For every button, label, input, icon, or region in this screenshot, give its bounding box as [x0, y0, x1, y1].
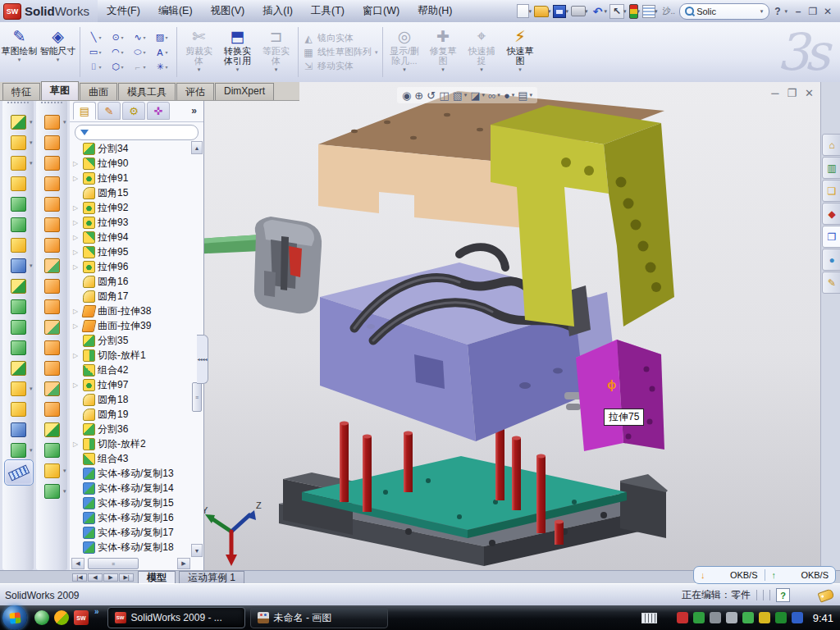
- tree-item[interactable]: ▷ 切除-放样2: [70, 436, 190, 451]
- file-explorer-tab[interactable]: ❏: [822, 180, 840, 202]
- undo-icon[interactable]: ↶: [591, 5, 605, 18]
- expand-arrow-icon[interactable]: ▷: [73, 234, 80, 241]
- untrim-surface-icon[interactable]: [44, 402, 60, 417]
- search-input[interactable]: Solic: [696, 7, 716, 16]
- draft-icon[interactable]: [11, 299, 26, 314]
- dropdown-caret-icon[interactable]: ▾: [464, 92, 468, 98]
- sketch-fillet-icon[interactable]: ⌐▾: [129, 60, 150, 74]
- graphics-area[interactable]: ϕ Y Z X ◉▾ ⊕▾: [203, 82, 820, 570]
- offset-surface-icon[interactable]: [44, 258, 60, 273]
- document-tab[interactable]: 模型: [138, 571, 176, 584]
- dropdown-caret-icon[interactable]: ▾: [165, 64, 167, 70]
- expand-arrow-icon[interactable]: ▷: [73, 308, 80, 315]
- shell-icon[interactable]: [11, 320, 26, 335]
- dropdown-caret-icon[interactable]: ▾: [165, 34, 167, 40]
- lofted-boss-icon[interactable]: [11, 197, 26, 212]
- tree-item[interactable]: ▷ 切除-放样1: [70, 348, 190, 363]
- radiate-surface-icon[interactable]: [44, 279, 60, 294]
- search-box[interactable]: Solic ▾: [679, 3, 769, 20]
- dropdown-caret-icon[interactable]: ▾: [655, 8, 658, 15]
- security-shield-icon[interactable]: [693, 612, 705, 623]
- dropdown-caret-icon[interactable]: ▾: [98, 64, 101, 70]
- ribbon-tab[interactable]: DimXpert: [215, 83, 274, 100]
- dropdown-caret-icon[interactable]: ▾: [528, 8, 532, 15]
- menu-item[interactable]: 窗口(W): [354, 2, 409, 21]
- move-entities-item[interactable]: ⇲ 移动实体: [303, 60, 372, 72]
- last-tab-button[interactable]: ▶|: [119, 573, 134, 582]
- dropdown-caret-icon[interactable]: ▾: [275, 66, 278, 73]
- model-3d-view[interactable]: ϕ Y Z X: [203, 82, 820, 570]
- convert-entities-button[interactable]: ⬒ 转换实 体引用 ▾: [218, 22, 257, 82]
- dropdown-caret-icon[interactable]: ▾: [497, 92, 500, 98]
- expand-arrow-icon[interactable]: ▷: [73, 381, 80, 389]
- save-icon[interactable]: [553, 5, 566, 18]
- offset-entities-button[interactable]: ⊐ 等距实 体 ▾: [257, 22, 295, 82]
- dropdown-caret-icon[interactable]: ▾: [518, 66, 522, 73]
- help-caret-icon[interactable]: ▾: [784, 8, 788, 15]
- appearances-scenes-tab[interactable]: ●: [822, 249, 840, 271]
- select-icon[interactable]: ↖: [609, 4, 624, 19]
- mirror-icon[interactable]: [11, 340, 26, 355]
- tree-filter-box[interactable]: [75, 125, 199, 140]
- dropdown-caret-icon[interactable]: ▾: [198, 66, 201, 73]
- dropdown-caret-icon[interactable]: ▾: [98, 49, 101, 55]
- sync-status-icon[interactable]: [792, 612, 803, 623]
- quick-tips-help-button[interactable]: ?: [776, 588, 790, 602]
- sketch-button[interactable]: ✎ 草图绘制 ▾: [0, 22, 39, 82]
- design-library-tab[interactable]: ▥: [822, 157, 840, 179]
- tree-item[interactable]: ▷ 实体-移动/复制16: [70, 510, 190, 525]
- dropdown-caret-icon[interactable]: ▾: [143, 49, 145, 55]
- fillet-icon[interactable]: [11, 156, 26, 171]
- dropdown-caret-icon[interactable]: ▾: [98, 34, 101, 40]
- menu-item[interactable]: 帮助(H): [409, 2, 461, 21]
- first-tab-button[interactable]: |◀: [72, 573, 87, 582]
- update-icon[interactable]: [710, 612, 721, 623]
- ribbon-tab[interactable]: 曲面: [80, 83, 117, 100]
- spline-icon[interactable]: ∿▾: [129, 30, 150, 44]
- smart-dimension-button[interactable]: ◈ 智能尺寸 ▾: [39, 22, 77, 82]
- next-tab-button[interactable]: ▶: [103, 573, 118, 582]
- dropdown-caret-icon[interactable]: ▾: [512, 92, 515, 98]
- trim-entities-button[interactable]: ✄ 剪裁实 体 ▾: [180, 22, 218, 82]
- taskbar-app-button[interactable]: 未命名 - 画图: [250, 607, 388, 628]
- configurationmanager-tab[interactable]: ⚙: [122, 102, 145, 120]
- selected-contours-icon[interactable]: ▨▾: [151, 30, 172, 44]
- help-button[interactable]: ?: [772, 6, 783, 17]
- expand-arrow-icon[interactable]: ▷: [73, 160, 80, 167]
- network-warning-icon[interactable]: [759, 612, 770, 623]
- keyboard-layout-icon[interactable]: [641, 613, 657, 623]
- doc-close-button[interactable]: ✕: [805, 87, 814, 99]
- part-slide-unit[interactable]: [254, 217, 322, 313]
- scroll-right-button[interactable]: ▶: [177, 558, 190, 569]
- menu-item[interactable]: 编辑(E): [149, 2, 202, 21]
- ellipse-icon[interactable]: ⬭▾: [129, 45, 150, 59]
- search-results-tab[interactable]: ◆: [822, 203, 840, 225]
- dropdown-caret-icon[interactable]: ▾: [637, 8, 641, 15]
- scroll-down-button[interactable]: ▼: [191, 544, 203, 557]
- dropdown-caret-icon[interactable]: ▾: [403, 66, 406, 73]
- tree-item[interactable]: ▷ 实体-移动/复制15: [70, 495, 190, 510]
- dropdown-caret-icon[interactable]: ▾: [565, 8, 568, 15]
- dropdown-caret-icon[interactable]: ▾: [623, 8, 627, 15]
- part-side-block[interactable]: ϕ: [576, 340, 664, 451]
- section-view-icon[interactable]: ◫▾: [439, 89, 449, 102]
- measure-button[interactable]: [4, 459, 34, 486]
- swept-surface-icon[interactable]: [44, 156, 60, 171]
- search-caret-icon[interactable]: ▾: [760, 8, 764, 15]
- view-palette-tab[interactable]: ❐: [822, 226, 840, 248]
- edit-appearance-icon[interactable]: ●▾: [504, 89, 514, 102]
- dropdown-caret-icon[interactable]: ▾: [121, 64, 123, 70]
- delete-face-icon[interactable]: [44, 320, 60, 335]
- ribbon-tab[interactable]: 草图: [41, 81, 79, 100]
- view-orientation-icon[interactable]: ▧▾: [452, 89, 467, 102]
- part-right-rail[interactable]: [620, 474, 668, 538]
- tree-item[interactable]: ▷ 拉伸90: [70, 156, 190, 171]
- expand-arrow-icon[interactable]: ▷: [73, 441, 80, 448]
- scroll-up-button[interactable]: ▲: [191, 141, 203, 154]
- ribbon-tab[interactable]: 特征: [2, 83, 40, 100]
- revolved-surface-icon[interactable]: [44, 135, 60, 150]
- quicklaunch-overflow-chevron[interactable]: »: [94, 605, 99, 616]
- tree-item[interactable]: ▷ 圆角15: [70, 185, 190, 200]
- dropdown-caret-icon[interactable]: ▾: [18, 57, 21, 63]
- tree-item[interactable]: ▷ 实体-移动/复制18: [70, 540, 190, 555]
